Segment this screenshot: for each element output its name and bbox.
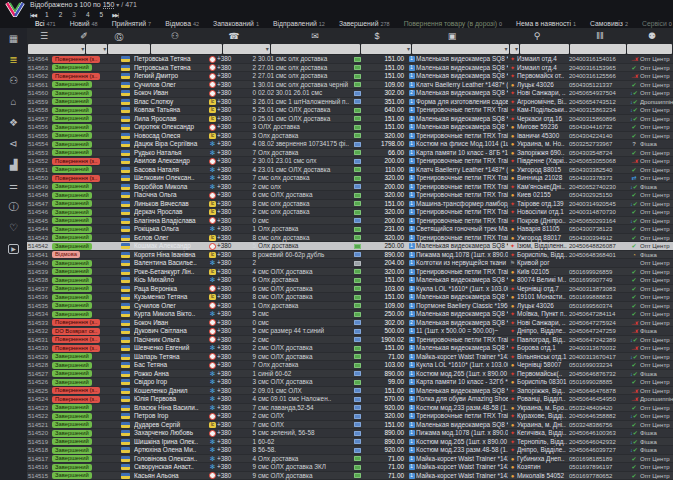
sidebar-item-settings[interactable]: ⚌ (0, 175, 27, 196)
status-badge[interactable]: Повернення (з.. (52, 55, 116, 64)
order-row[interactable]: 514516ЗавершенийСкворунская Анаст..✻+380… (27, 463, 673, 472)
status-badge[interactable]: Повернення (з.. (52, 174, 116, 183)
filter-input-5[interactable] (271, 44, 361, 54)
order-row[interactable]: 514520ЗавершенийЗахарченко Любовь+3805см… (27, 429, 673, 438)
per-page-selector[interactable]: 150 (103, 1, 115, 9)
status-badge[interactable]: Повернення (з.. (52, 344, 116, 353)
order-row[interactable]: 514547ЗавершенийЛиньков Вячеславlc+3808с… (27, 200, 673, 209)
source-column-icon[interactable]: Ⓖ (115, 31, 124, 44)
status-badge[interactable]: Завершений (52, 472, 116, 480)
client-name[interactable]: Свідро Ігор (134, 378, 208, 387)
tracking-number[interactable]: 20400314870730 (569, 208, 628, 217)
client-name[interactable]: Дукович Світлана (134, 327, 208, 336)
order-row[interactable]: 514555ЗавершенийНовосад Олесяlc+3803Олх … (27, 132, 673, 141)
order-row[interactable]: 514548ЗавершенийПасічна Ольга+3806смс ОЛ… (27, 191, 673, 200)
client-name[interactable]: Сучилов Олег (134, 302, 208, 311)
status-badge[interactable]: Завершений (52, 446, 116, 455)
client-name[interactable]: Бокоч Иван (134, 319, 208, 328)
filter-input-4[interactable]: ▾ (223, 44, 270, 54)
tracking-number[interactable]: 20450654937504 (569, 89, 628, 98)
tracking-number[interactable]: 20400313670417 (569, 353, 628, 362)
status-badge[interactable]: Завершений (52, 217, 116, 226)
client-name[interactable]: Кошмак Александр (134, 242, 208, 251)
status-badge[interactable]: Завершений (52, 378, 116, 387)
client-name[interactable]: Бєлов Олег (134, 234, 208, 243)
sidebar-item-info[interactable]: ⓘ (0, 196, 27, 217)
client-name[interactable]: Скворунская Анаст.. (134, 463, 208, 472)
order-row[interactable]: 514524Повернення (з..Юлія Первова✻+3804с… (27, 395, 673, 404)
order-row[interactable]: 514522ЗавершенийПетров Ігор+3802смс ОЛХ3… (27, 412, 673, 421)
client-phone[interactable]: +380 (217, 370, 243, 379)
phone-column-icon[interactable]: ☎ (228, 31, 239, 41)
payment-column-icon[interactable]: $ (374, 31, 379, 41)
order-row[interactable]: 514517ЗавершенийГоловінова Олексан..✻+38… (27, 455, 673, 464)
client-name[interactable]: Головінова Олексан.. (134, 455, 208, 464)
page-button-1[interactable]: 1 (45, 11, 49, 18)
filter-input-2[interactable] (108, 44, 150, 54)
tracking-number[interactable]: 20450650293164 (569, 217, 628, 226)
comment-column-icon[interactable]: ✉ (311, 31, 319, 41)
last-page-button[interactable]: ▶▶| (112, 12, 118, 18)
order-row[interactable]: 514546ЗавершенийДеркач Ярославlc+3802смс… (27, 208, 673, 217)
order-row[interactable]: 514556ЗавершенийСиротюк Олександр+3803ОЛ… (27, 123, 673, 132)
tracking-number[interactable]: 20450648368401 (569, 251, 628, 260)
sidebar-item-video[interactable]: ▶ (0, 238, 27, 259)
tracking-number[interactable]: 0501699028885 (569, 378, 628, 387)
status-badge[interactable]: Завершений (52, 115, 116, 124)
filter-input-6[interactable]: ▾ (361, 44, 411, 54)
client-name[interactable]: Дударев Сергій (134, 421, 208, 430)
order-row[interactable]: 514538ЗавершенийКісь Михайло✻+3806Олх до… (27, 276, 673, 285)
client-phone[interactable]: +380 (217, 302, 243, 311)
tracking-number[interactable]: 0503252733967 (569, 140, 628, 149)
status-badge[interactable]: Завершений (52, 64, 116, 73)
filter-input-3[interactable] (151, 44, 222, 54)
tracking-number[interactable]: 20450648826087 (569, 242, 628, 251)
client-name[interactable]: Кошеленко Данил (134, 387, 208, 396)
client-phone[interactable]: +380 (217, 98, 243, 107)
tracking-number[interactable]: 0504300394912 (569, 234, 628, 243)
order-row[interactable]: 514539ЗавершенийРоке-Бетанкурт Лін..lc+3… (27, 268, 673, 277)
order-row[interactable]: 514523ЗавершенийВласюк Ніна Васили..✻+38… (27, 404, 673, 413)
client-phone[interactable]: +380 (217, 361, 243, 370)
client-name[interactable]: Юлія Первова (134, 395, 208, 404)
order-row[interactable]: 514553ЗавершенийРудько Наталья✻+3807Олх … (27, 149, 673, 158)
status-badge[interactable]: Завершений (52, 200, 116, 209)
client-phone[interactable]: +380 (217, 259, 243, 268)
order-row[interactable]: 514545ЗавершенийБлагінна Владіслава+3800… (27, 217, 673, 226)
order-row[interactable]: 514530Повернення (з..Шевченко Евгений✻+3… (27, 344, 673, 353)
tracking-number[interactable]: 0501698185189 (569, 455, 628, 464)
tracking-number[interactable]: 20400315863234 (569, 106, 628, 115)
order-row[interactable]: 514552Повернення (з..Авилов Александр+38… (27, 157, 673, 166)
client-phone[interactable]: +380 (217, 438, 243, 447)
client-phone[interactable]: +380 (217, 285, 243, 294)
tracking-number[interactable]: 0501697780652 (569, 472, 628, 480)
client-name[interactable]: Пасічник Ольга (134, 336, 208, 345)
filter-input-7[interactable]: ▾ (412, 44, 508, 54)
order-row[interactable]: 514560ЗавершенийБокоч Иван+380002.02 30.… (27, 89, 673, 98)
tracking-number[interactable]: 20400313670032 (569, 344, 628, 353)
tracking-number[interactable]: 20450646876732 (569, 370, 628, 379)
order-row[interactable]: 514543ЗавершенийБєлов Олегlc+3808смс олх… (27, 234, 673, 243)
sidebar-item-statistics[interactable]: ▟ (0, 154, 27, 175)
tracking-number[interactable]: 20450647275924 (569, 319, 628, 328)
client-phone[interactable]: +380 (217, 166, 243, 175)
client-phone[interactable]: +380 (217, 72, 243, 81)
order-row[interactable]: 514549ЗавершенийВоробйов Микола✻+3802смс… (27, 183, 673, 192)
tracking-number[interactable]: 20450647242389 (569, 336, 628, 345)
order-row[interactable]: 514561ЗавершенийСучилов Олег+380130.01 с… (27, 81, 673, 90)
order-row[interactable]: 514519ЗавершенийШишкіна Ірина Олек..✻+38… (27, 438, 673, 447)
client-name[interactable]: Влас Слотюу (134, 98, 208, 107)
order-row[interactable]: 514558ЗавершенийКовпак Татьянаlc+380525.… (27, 106, 673, 115)
status-badge[interactable]: Завершений (52, 276, 116, 285)
page-button-3[interactable]: 3 (72, 11, 76, 18)
status-badge[interactable]: Завершений (52, 208, 116, 217)
client-phone[interactable]: +380 (217, 55, 243, 64)
client-phone[interactable]: +380 (217, 310, 243, 319)
client-name[interactable]: Легкий Дмитро (134, 72, 208, 81)
filter-input-0[interactable]: ▾ (28, 44, 85, 54)
status-badge[interactable]: Повернення (з.. (52, 319, 116, 328)
order-row[interactable]: 514533Повернення (з..Бокоч Иван+3800смс3… (27, 319, 673, 328)
status-badge[interactable]: Завершений (52, 412, 116, 421)
status-badge[interactable]: Повернення (з.. (52, 157, 116, 166)
client-name[interactable]: Петров Ігор (134, 412, 208, 421)
